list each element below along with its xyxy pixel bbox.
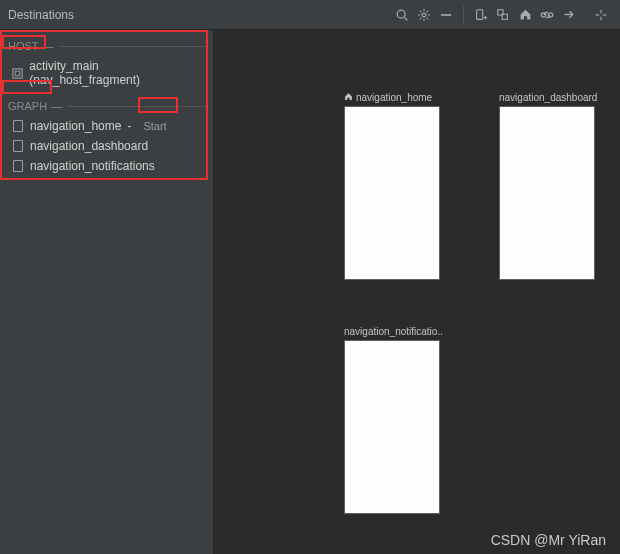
svg-line-10 [420,17,421,18]
toolbar-separator [463,6,464,24]
home-icon[interactable] [514,4,536,26]
thumb-notifications[interactable]: navigation_notificatio... [344,326,442,514]
arrow-right-icon[interactable] [558,4,580,26]
watermark: CSDN @Mr YiRan [491,532,606,548]
svg-rect-24 [13,68,22,77]
thumb-frame [499,106,595,280]
graph-item-notifications[interactable]: navigation_notifications [6,156,207,176]
graph-section-header: GRAPH — [8,100,207,112]
thumb-dashboard[interactable]: navigation_dashboard [499,92,597,280]
svg-line-8 [427,17,428,18]
graph-item-label: navigation_notifications [30,159,155,173]
svg-rect-27 [14,141,23,152]
thumb-label: navigation_home [356,92,432,103]
destinations-panel: HOST — activity_main (nav_host_fragment)… [0,30,214,554]
nested-graph-icon[interactable] [492,4,514,26]
minimize-icon[interactable] [435,4,457,26]
start-badge: Start [141,120,168,132]
screen-icon [12,140,24,152]
thumb-home[interactable]: navigation_home [344,92,442,280]
graph-item-home[interactable]: navigation_home - Start [6,116,207,136]
screen-icon [12,120,24,132]
thumb-frame [344,106,440,280]
svg-rect-17 [541,12,545,16]
svg-rect-12 [477,9,483,19]
svg-rect-26 [14,121,23,132]
toolbar-title: Destinations [8,8,74,22]
fragment-icon [12,67,23,79]
host-item[interactable]: activity_main (nav_host_fragment) [6,56,207,90]
add-destination-icon[interactable] [470,4,492,26]
svg-line-9 [427,10,428,11]
svg-point-2 [422,13,426,17]
svg-rect-18 [548,12,552,16]
host-section-header: HOST — [8,40,207,52]
svg-rect-28 [14,161,23,172]
link-icon[interactable] [536,4,558,26]
svg-line-1 [404,17,407,20]
host-item-label: activity_main (nav_host_fragment) [29,59,203,87]
graph-item-label: navigation_dashboard [30,139,148,153]
svg-rect-25 [15,71,20,76]
search-icon[interactable] [391,4,413,26]
svg-point-0 [397,10,405,18]
gear-icon[interactable] [413,4,435,26]
graph-item-label: navigation_home [30,119,121,133]
nav-graph-canvas[interactable]: navigation_home navigation_dashboard nav… [214,30,620,554]
thumb-frame [344,340,440,514]
svg-line-7 [420,10,421,11]
home-icon [344,92,353,103]
thumb-label: navigation_dashboard [499,92,597,103]
thumb-label: navigation_notificatio... [344,326,442,337]
toolbar: Destinations [0,0,620,30]
graph-item-dashboard[interactable]: navigation_dashboard [6,136,207,156]
screen-icon [12,160,24,172]
auto-arrange-icon[interactable] [590,4,612,26]
